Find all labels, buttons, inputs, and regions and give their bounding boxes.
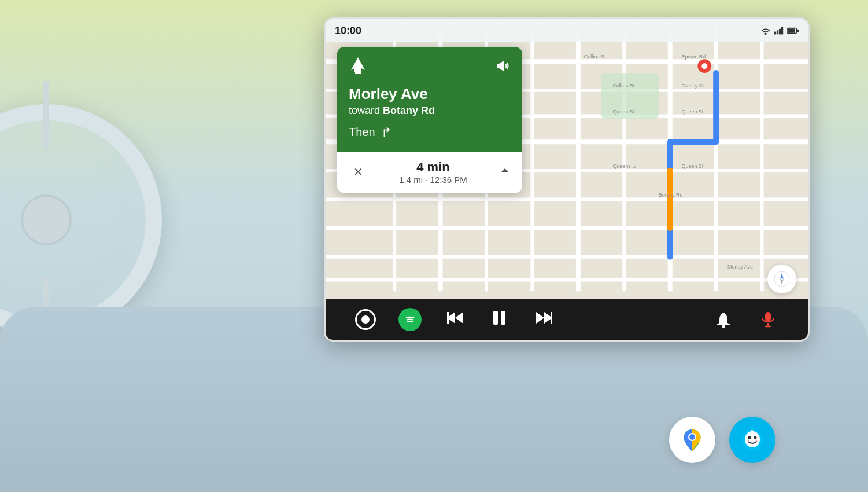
app-icons	[669, 417, 775, 463]
next-track-button[interactable]	[522, 299, 567, 340]
compass-icon	[774, 271, 790, 287]
waze-icon	[737, 425, 767, 455]
home-circle-icon	[355, 309, 376, 330]
svg-text:Queens Li: Queens Li	[612, 163, 636, 169]
battery-icon	[787, 27, 799, 34]
svg-rect-54	[501, 311, 505, 325]
nav-eta-distance: 1.4 mi · 12:36 PM	[399, 175, 467, 185]
car-interior: 10:00	[0, 0, 868, 492]
svg-point-40	[701, 63, 707, 69]
status-icons	[760, 27, 799, 35]
google-maps-icon	[677, 425, 707, 455]
map-area: Collins St Epsom Rd Collins St Cressy St…	[326, 19, 808, 299]
nav-then-label: Then	[349, 126, 375, 139]
wifi-icon	[760, 27, 771, 35]
nav-eta-time: 4 min	[399, 160, 467, 175]
svg-text:Epsom Rd: Epsom Rd	[682, 54, 706, 60]
svg-rect-5	[788, 28, 795, 32]
mic-button[interactable]	[746, 299, 791, 340]
nav-card-green-section: Morley Ave toward Botany Rd Then ↱	[337, 47, 522, 152]
nav-street-name: Morley Ave	[349, 86, 511, 102]
nav-card-header	[349, 56, 511, 79]
spotify-button[interactable]	[387, 299, 432, 340]
svg-rect-53	[493, 311, 498, 325]
nav-eta: 4 min 1.4 mi · 12:36 PM	[399, 160, 467, 185]
nav-toward-label: toward Botany Rd	[349, 105, 511, 117]
svg-text:Morley Ave: Morley Ave	[727, 264, 753, 270]
svg-rect-59	[765, 312, 771, 321]
prev-track-icon	[447, 311, 463, 329]
svg-marker-48	[501, 168, 508, 172]
pause-icon	[493, 311, 506, 329]
next-track-icon	[536, 311, 552, 329]
svg-marker-55	[536, 312, 544, 324]
svg-text:Collins St: Collins St	[584, 54, 606, 60]
steering-wheel	[0, 104, 162, 336]
svg-rect-2	[779, 29, 781, 35]
svg-rect-52	[447, 312, 449, 324]
svg-point-72	[756, 440, 758, 442]
svg-rect-57	[551, 312, 552, 324]
nav-card: Morley Ave toward Botany Rd Then ↱ ✕	[337, 47, 522, 193]
svg-point-58	[722, 325, 725, 328]
svg-text:Botany Rd: Botany Rd	[659, 192, 683, 198]
status-time: 10:00	[335, 25, 361, 37]
svg-point-64	[689, 434, 695, 440]
svg-rect-1	[777, 30, 778, 34]
svg-marker-50	[455, 312, 463, 324]
nav-then-arrow-icon: ↱	[381, 125, 391, 140]
svg-marker-47	[497, 61, 504, 71]
nav-volume-icon[interactable]	[496, 60, 511, 76]
waze-button[interactable]	[729, 417, 775, 463]
svg-rect-45	[355, 69, 361, 74]
home-button[interactable]	[343, 299, 387, 340]
nav-expand-button[interactable]	[499, 165, 511, 179]
svg-rect-3	[781, 27, 783, 35]
nav-up-arrow-icon	[349, 56, 367, 79]
signal-icon	[774, 27, 784, 35]
svg-text:Queen St: Queen St	[612, 109, 634, 115]
prev-track-button[interactable]	[433, 299, 477, 340]
control-bar	[326, 299, 808, 340]
nav-then-section: Then ↱	[349, 125, 511, 140]
bell-icon	[716, 311, 731, 328]
status-bar: 10:00	[326, 19, 808, 42]
svg-rect-0	[774, 32, 776, 35]
mic-icon	[761, 311, 775, 328]
svg-point-69	[754, 436, 757, 439]
svg-text:Collins St: Collins St	[612, 83, 634, 89]
nav-compass[interactable]	[767, 265, 796, 293]
nav-street-info: Morley Ave toward Botany Rd	[349, 86, 511, 117]
screen-container: 10:00	[324, 17, 810, 342]
svg-text:Queen St: Queen St	[682, 109, 704, 115]
svg-text:Cressy St: Cressy St	[682, 83, 704, 89]
google-maps-button[interactable]	[669, 417, 715, 463]
notifications-button[interactable]	[701, 299, 745, 340]
svg-rect-6	[797, 30, 799, 32]
svg-point-68	[748, 436, 751, 439]
pause-button[interactable]	[477, 299, 522, 340]
nav-close-button[interactable]: ✕	[349, 163, 367, 181]
svg-point-71	[748, 440, 749, 442]
spotify-icon	[398, 308, 422, 331]
svg-text:Queen St: Queen St	[682, 163, 704, 169]
nav-card-bottom: ✕ 4 min 1.4 mi · 12:36 PM	[337, 152, 522, 193]
